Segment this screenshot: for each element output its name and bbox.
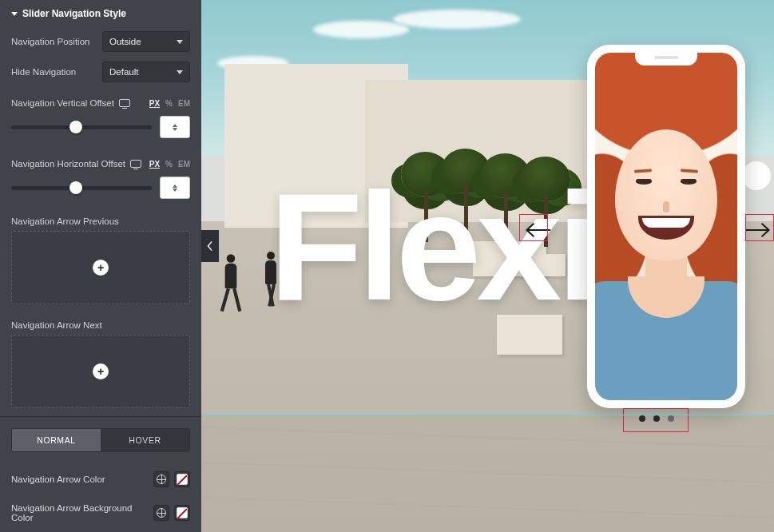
row-navigation-position: Navigation Position Outside bbox=[0, 26, 201, 57]
phone-mockup bbox=[587, 45, 745, 408]
desktop-icon[interactable] bbox=[119, 99, 130, 107]
color-picker-button[interactable] bbox=[174, 505, 190, 521]
unit-percent[interactable]: % bbox=[165, 99, 173, 108]
no-color-icon bbox=[177, 507, 188, 518]
label-hide-navigation: Hide Navigation bbox=[11, 67, 76, 77]
tab-hover[interactable]: HOVER bbox=[101, 429, 189, 451]
slider-track[interactable] bbox=[11, 186, 152, 190]
state-tabs: NORMAL HOVER bbox=[11, 428, 190, 452]
row-vertical-offset-header: Navigation Vertical Offset PX % EM bbox=[0, 87, 201, 111]
label-vertical-offset: Navigation Vertical Offset bbox=[11, 98, 114, 108]
chevron-down-icon bbox=[177, 70, 183, 74]
row-arrow-bg-color: Navigation Arrow Background Color bbox=[0, 495, 201, 530]
select-value: Default bbox=[109, 67, 138, 77]
arrow-right-icon bbox=[744, 221, 772, 239]
stepper-down-icon[interactable] bbox=[173, 128, 177, 131]
panel-title: Slider Navigation Style bbox=[22, 8, 126, 19]
dropzone-arrow-prev[interactable]: + bbox=[11, 231, 190, 304]
slider-pagination[interactable] bbox=[639, 415, 674, 422]
cloud-shape bbox=[393, 10, 521, 29]
stepper-up-icon[interactable] bbox=[173, 124, 177, 127]
row-horizontal-offset-header: Navigation Horizontal Offset PX % EM bbox=[0, 148, 201, 172]
label-arrow-prev: Navigation Arrow Previous bbox=[0, 208, 201, 231]
plus-icon: + bbox=[93, 260, 109, 276]
global-color-button[interactable] bbox=[153, 505, 169, 521]
ground-tiles bbox=[201, 415, 774, 532]
no-color-icon bbox=[177, 474, 188, 485]
unit-percent[interactable]: % bbox=[165, 160, 173, 169]
chevron-left-icon bbox=[207, 241, 213, 251]
globe-icon bbox=[157, 508, 166, 518]
panel-header[interactable]: Slider Navigation Style bbox=[0, 0, 201, 26]
unit-px[interactable]: PX bbox=[149, 99, 160, 108]
pagination-dot[interactable] bbox=[668, 415, 674, 422]
panel-collapse-handle[interactable] bbox=[201, 230, 219, 262]
phone-notch bbox=[635, 51, 697, 66]
unit-switch-vertical: PX % EM bbox=[149, 99, 190, 108]
label-horizontal-offset: Navigation Horizontal Offset bbox=[11, 159, 125, 169]
portrait-shirt bbox=[595, 281, 737, 400]
chevron-down-icon bbox=[177, 40, 183, 44]
dropzone-arrow-next[interactable]: + bbox=[11, 335, 190, 408]
unit-switch-horizontal: PX % EM bbox=[149, 160, 190, 169]
select-navigation-position[interactable]: Outside bbox=[102, 31, 190, 52]
unit-em[interactable]: EM bbox=[178, 99, 190, 108]
unit-px[interactable]: PX bbox=[149, 160, 160, 169]
slider-thumb[interactable] bbox=[69, 121, 82, 133]
number-input-vertical[interactable] bbox=[160, 116, 190, 138]
label-navigation-position: Navigation Position bbox=[11, 37, 89, 46]
plus-icon: + bbox=[93, 363, 109, 379]
pagination-dot[interactable] bbox=[639, 415, 645, 422]
preview-canvas: Flexi bbox=[201, 0, 774, 532]
cloud-shape bbox=[313, 21, 409, 38]
label-arrow-color: Navigation Arrow Color bbox=[11, 474, 105, 484]
label-arrow-next: Navigation Arrow Next bbox=[0, 312, 201, 335]
slider-prev-button[interactable] bbox=[523, 216, 552, 244]
stepper-up-icon[interactable] bbox=[173, 185, 177, 188]
slider-next-button[interactable] bbox=[744, 216, 772, 244]
row-hide-navigation: Hide Navigation Default bbox=[0, 57, 201, 87]
divider bbox=[0, 416, 201, 417]
person-shape bbox=[225, 254, 237, 312]
portrait-face bbox=[615, 129, 717, 260]
label-arrow-bg-color: Navigation Arrow Background Color bbox=[11, 503, 139, 522]
caret-down-icon bbox=[11, 12, 18, 16]
horizontal-guide bbox=[201, 415, 774, 415]
tab-normal[interactable]: NORMAL bbox=[12, 429, 101, 451]
phone-screen bbox=[595, 53, 737, 400]
slider-track[interactable] bbox=[11, 125, 152, 129]
color-picker-button[interactable] bbox=[174, 471, 190, 487]
select-hide-navigation[interactable]: Default bbox=[102, 62, 190, 82]
select-value: Outside bbox=[109, 37, 141, 46]
pagination-dot[interactable] bbox=[653, 415, 660, 422]
globe-icon bbox=[157, 474, 166, 484]
arrow-left-icon bbox=[524, 221, 551, 239]
row-arrow-color: Navigation Arrow Color bbox=[0, 463, 201, 495]
desktop-icon[interactable] bbox=[130, 160, 141, 168]
sidebar: Slider Navigation Style Navigation Posit… bbox=[0, 0, 201, 532]
stepper-down-icon[interactable] bbox=[173, 189, 177, 192]
hero-headline: Flexi bbox=[269, 158, 595, 335]
decorative-circle bbox=[742, 161, 771, 190]
number-input-horizontal[interactable] bbox=[160, 177, 190, 199]
unit-em[interactable]: EM bbox=[178, 160, 190, 169]
global-color-button[interactable] bbox=[153, 471, 169, 487]
slider-horizontal-offset bbox=[0, 172, 201, 208]
slider-vertical-offset bbox=[0, 111, 201, 148]
slider-thumb[interactable] bbox=[69, 181, 82, 194]
